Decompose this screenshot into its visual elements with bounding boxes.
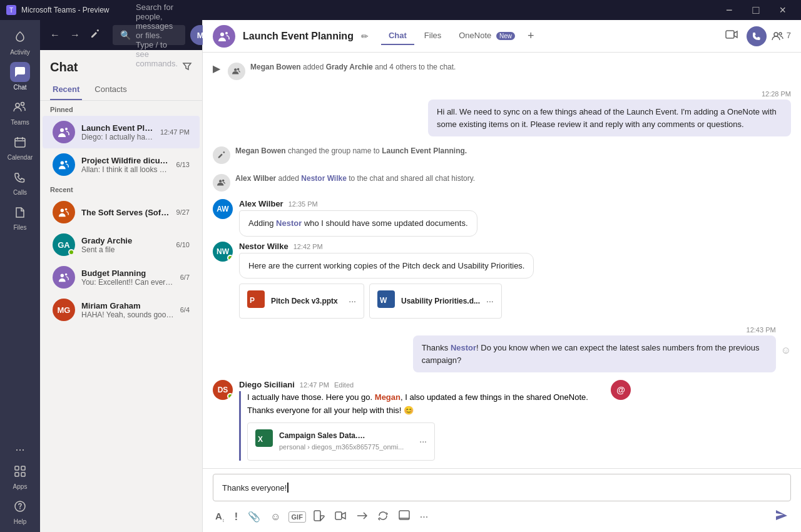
pinned-section-label: Pinned (40, 101, 202, 116)
back-button[interactable]: ← (48, 27, 63, 43)
format-button[interactable]: A↕ (213, 508, 227, 526)
chat-item-wildfire[interactable]: Project Wildfire dicussion Allan: I thin… (43, 148, 200, 181)
audio-call-icon[interactable] (747, 26, 767, 46)
loop-button[interactable] (375, 508, 391, 526)
filter-icon[interactable] (182, 61, 192, 74)
tab-chat[interactable]: Chat (381, 27, 414, 45)
svg-rect-31 (314, 511, 320, 521)
whiteboard-button[interactable] (396, 508, 412, 526)
file-more-xlsx[interactable]: ··· (419, 434, 427, 448)
svg-text:P: P (250, 296, 255, 305)
svg-point-23 (219, 180, 222, 182)
chat-time-launch: 12:47 PM (160, 128, 190, 136)
own-bubble-2-content: 12:43 PM Thanks Nestor! Do you know when… (413, 326, 776, 372)
more-options-button[interactable]: ··· (417, 509, 431, 525)
sidebar-item-files[interactable]: Files (4, 200, 36, 233)
activity-label: Activity (10, 49, 30, 56)
calls-icon (10, 167, 30, 187)
avatar-diego: DS (213, 380, 233, 400)
svg-point-10 (61, 161, 64, 165)
chat-info-miriam: Miriam Graham HAHA! Yeah, sounds good! T… (81, 301, 174, 319)
chat-item-launch[interactable]: Launch Event Planning Diego: I actually … (43, 116, 200, 148)
urgent-button[interactable]: ! (232, 509, 240, 525)
meet-button[interactable] (332, 509, 349, 525)
files-icon (10, 202, 30, 222)
chat-item-budget[interactable]: Budget Planning You: Excellent!! Can eve… (43, 261, 200, 294)
schedule-button[interactable] (354, 508, 370, 526)
header-actions: 7 (722, 26, 791, 46)
sidebar-item-teams[interactable]: Teams (4, 95, 36, 128)
online-dot-nestor (227, 255, 233, 261)
chat-preview-budget: You: Excellent!! Can everyone put t... (81, 278, 174, 287)
more-icon: ··· (15, 443, 24, 456)
channel-tabs: Chat Files OneNote New + (381, 27, 537, 45)
docx-icon: W (377, 290, 395, 312)
file-more-pptx[interactable]: ··· (349, 296, 356, 306)
reaction-smiley: ☺ (781, 345, 791, 356)
close-button[interactable]: × (770, 0, 795, 21)
svg-point-24 (222, 180, 225, 182)
minimize-button[interactable]: − (717, 0, 742, 21)
file-card-pptx[interactable]: P Pitch Deck v3.pptx ··· (239, 284, 364, 319)
chat-meta-miriam: 6/4 (180, 306, 190, 314)
sticker-button[interactable] (311, 508, 327, 526)
msg-header-diego: Diego Siciliani 12:47 PM Edited (239, 380, 602, 389)
maximize-button[interactable]: □ (744, 0, 768, 21)
svg-text:W: W (380, 296, 387, 305)
attach-button[interactable]: 📎 (245, 508, 263, 525)
send-button[interactable] (772, 506, 791, 527)
sidebar-item-chat[interactable]: Chat (4, 60, 36, 93)
forward-button[interactable]: → (68, 27, 83, 43)
sidebar-item-help[interactable]: Help (4, 494, 36, 527)
chat-item-miriam[interactable]: MG Miriam Graham HAHA! Yeah, sounds good… (43, 294, 200, 326)
chat-list: Pinned Launch Event Planning Diego: I ac… (40, 101, 202, 532)
chat-name-grady: Grady Archie (81, 236, 170, 245)
sidebar-item-calls[interactable]: Calls (4, 165, 36, 198)
sidebar-item-apps[interactable]: Apps (4, 459, 36, 492)
sidebar-item-more[interactable]: ··· (8, 442, 33, 457)
msg-sender-diego: Diego Siciliani (239, 380, 295, 389)
search-icon: 🔍 (120, 30, 131, 40)
svg-point-22 (237, 68, 240, 71)
tab-onenote[interactable]: OneNote New (451, 27, 523, 45)
msg-row-alex: AW Alex Wilber 12:35 PM Adding Nestor wh… (213, 199, 791, 237)
tab-recent[interactable]: Recent (50, 79, 82, 100)
chat-icon (10, 62, 30, 82)
main-area: Launch Event Planning ✏ Chat Files OneNo… (203, 20, 801, 532)
video-call-icon[interactable] (722, 26, 742, 46)
window-controls[interactable]: − □ × (717, 0, 795, 21)
file-card-docx[interactable]: W Usability Priorities.d... ··· (369, 284, 502, 319)
chat-item-softball[interactable]: The Soft Serves (Softball T... 9/27 (43, 196, 200, 228)
file-card-xlsx[interactable]: X Campaign Sales Data.xlsx personal › di… (247, 422, 435, 461)
file-name-xlsx: Campaign Sales Data.xlsx (279, 430, 367, 442)
chat-preview-wildfire: Allan: I think it all looks great. Go... (81, 165, 170, 174)
gif-button[interactable]: GIF (288, 511, 306, 523)
search-box[interactable]: 🔍 Search for people, messages or files. … (113, 25, 185, 45)
file-attachments-nestor: P Pitch Deck v3.pptx ··· W Usability Pri… (239, 284, 534, 319)
msg-header-alex: Alex Wilber 12:35 PM (239, 199, 477, 208)
chat-item-grady[interactable]: GA Grady Archie Sent a file 6/10 (43, 228, 200, 261)
file-more-docx[interactable]: ··· (486, 296, 494, 306)
svg-rect-32 (335, 512, 342, 519)
compose-text: Thanks everyone! (222, 483, 782, 493)
compose-button[interactable] (88, 26, 103, 44)
system-sender-megan2: Megan Bowen (235, 146, 286, 155)
sidebar-header: Chat (40, 50, 202, 79)
add-tab-icon[interactable]: + (525, 27, 537, 45)
svg-point-19 (774, 33, 778, 36)
system-icon-edit (213, 146, 230, 164)
sidebar-item-activity[interactable]: Activity (4, 25, 36, 58)
messages-area: ▶ Megan Bowen added Grady Archie and 4 o… (203, 53, 801, 468)
edit-channel-name-icon[interactable]: ✏ (361, 31, 369, 41)
tab-contacts[interactable]: Contacts (92, 79, 129, 100)
compose-input-wrap[interactable]: Thanks everyone! (213, 474, 791, 501)
chat-info-softball: The Soft Serves (Softball T... (81, 208, 170, 217)
svg-rect-2 (15, 138, 25, 147)
chat-time-grady: 6/10 (176, 241, 190, 248)
chat-time-budget: 6/7 (180, 274, 190, 281)
sidebar-item-calendar[interactable]: Calendar (4, 130, 36, 163)
tab-files[interactable]: Files (417, 27, 449, 45)
calls-label: Calls (13, 189, 27, 196)
emoji-button[interactable]: ☺ (268, 509, 283, 525)
msg-time-diego: 12:47 PM (300, 381, 329, 389)
